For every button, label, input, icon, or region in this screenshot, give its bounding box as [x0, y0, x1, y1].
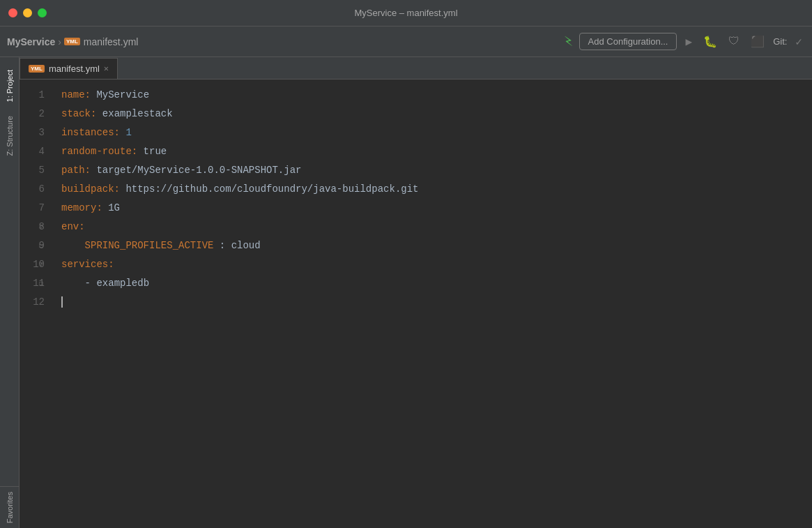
line-content-4[interactable]: random-route: true: [56, 146, 167, 157]
line-1: 1 name: MyService: [20, 85, 812, 104]
line-10: 10 ▽ services:: [20, 255, 812, 273]
line-content-1[interactable]: name: MyService: [56, 89, 149, 100]
tab-bar: YML manifest.yml ✕: [20, 57, 812, 80]
text-cursor: [61, 296, 63, 308]
line-content-12[interactable]: [56, 296, 63, 307]
line-number-9: 9 ◻: [20, 240, 56, 251]
line-number-5: 5: [20, 165, 56, 176]
line-content-3[interactable]: instances: 1: [56, 127, 132, 138]
line-number-6: 6: [20, 183, 56, 195]
line-content-11[interactable]: - exampledb: [56, 278, 149, 289]
stop-icon[interactable]: ⬛: [748, 33, 767, 50]
line-content-10[interactable]: services:: [56, 259, 114, 270]
line-3: 3 instances: 1: [20, 123, 812, 142]
line-content-9[interactable]: SPRING_PROFILES_ACTIVE : cloud: [56, 240, 261, 251]
tab-filename: manifest.yml: [49, 63, 100, 74]
line-number-1: 1: [20, 89, 56, 100]
line-content-8[interactable]: env:: [56, 221, 85, 232]
breadcrumb: MyService › YML manifest.yml: [7, 36, 560, 47]
line-9: 9 ◻ SPRING_PROFILES_ACTIVE : cloud: [20, 236, 812, 255]
favorites-sidebar[interactable]: Favorites: [0, 486, 20, 528]
line-7: 7 memory: 1G: [20, 198, 812, 217]
arrow-icon: ⚡: [564, 32, 573, 51]
main-toolbar: MyService › YML manifest.yml ⚡ Add Confi…: [0, 27, 812, 57]
line-11: 11 ◻ - exampledb: [20, 273, 812, 292]
sidebar-tab-structure[interactable]: Z: Structure: [3, 109, 17, 163]
close-button[interactable]: [8, 8, 17, 17]
line-number-10: 10 ▽: [20, 259, 56, 270]
git-icon[interactable]: ✓: [792, 33, 805, 50]
tab-yml-badge: YML: [29, 65, 45, 73]
editor-area[interactable]: 1 name: MyService 2 stack: examplestack …: [20, 80, 812, 528]
add-configuration-button[interactable]: Add Configuration...: [579, 33, 677, 50]
minimize-button[interactable]: [23, 8, 32, 17]
line-12: 12: [20, 292, 812, 311]
debug-icon[interactable]: 🐛: [700, 33, 720, 50]
line-number-3: 3: [20, 127, 56, 138]
git-label: Git:: [773, 36, 787, 47]
line-content-5[interactable]: path: target/MyService-1.0.0-SNAPSHOT.ja…: [56, 165, 301, 176]
breadcrumb-file-area: YML manifest.yml: [64, 36, 138, 47]
line-2: 2 stack: examplestack: [20, 104, 812, 123]
line-8: 8 ▽ env:: [20, 217, 812, 236]
line-6: 6 buildpack: https://github.com/cloudfou…: [20, 179, 812, 198]
breadcrumb-separator: ›: [58, 36, 61, 47]
line-number-7: 7: [20, 202, 56, 213]
left-sidebar: 1: Project Z: Structure ⊞ ▤: [0, 57, 20, 528]
tab-manifest-yml[interactable]: YML manifest.yml ✕: [20, 58, 118, 79]
title-bar: MyService – manifest.yml: [0, 0, 812, 27]
sidebar-tab-project[interactable]: 1: Project: [3, 63, 17, 109]
coverage-icon[interactable]: 🛡: [726, 33, 742, 50]
favorites-label: Favorites: [6, 492, 14, 523]
tab-close-icon[interactable]: ✕: [104, 63, 109, 74]
line-number-12: 12: [20, 296, 56, 308]
run-icon[interactable]: ▶: [682, 33, 695, 50]
line-content-7[interactable]: memory: 1G: [56, 202, 120, 213]
line-number-4: 4: [20, 146, 56, 157]
window-controls: [8, 8, 47, 17]
line-number-2: 2: [20, 108, 56, 119]
line-5: 5 path: target/MyService-1.0.0-SNAPSHOT.…: [20, 160, 812, 179]
editor-content: 1 name: MyService 2 stack: examplestack …: [20, 80, 812, 317]
yml-badge: YML: [64, 38, 80, 45]
line-content-6[interactable]: buildpack: https://github.com/cloudfound…: [56, 183, 419, 195]
line-4: 4 random-route: true: [20, 142, 812, 160]
toolbar-right: ⚡ Add Configuration... ▶ 🐛 🛡 ⬛ Git: ✓: [564, 32, 805, 51]
line-number-8: 8 ▽: [20, 221, 56, 232]
breadcrumb-project[interactable]: MyService: [7, 36, 55, 47]
breadcrumb-filename: manifest.yml: [84, 36, 139, 47]
line-content-2[interactable]: stack: examplestack: [56, 108, 173, 119]
line-number-11: 11 ◻: [20, 278, 56, 289]
window-title: MyService – manifest.yml: [354, 8, 457, 18]
maximize-button[interactable]: [38, 8, 47, 17]
